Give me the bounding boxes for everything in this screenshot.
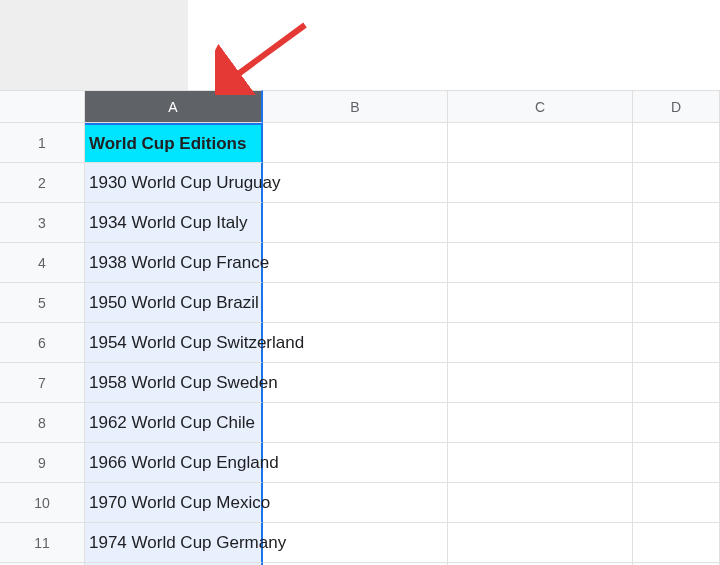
cell-c5[interactable] — [448, 283, 633, 323]
row-header-1[interactable]: 1 — [0, 123, 85, 163]
cell-c2[interactable] — [448, 163, 633, 203]
cell-a8[interactable]: 1962 World Cup Chile — [85, 403, 263, 443]
row-header-10[interactable]: 10 — [0, 483, 85, 523]
row-header-9[interactable]: 9 — [0, 443, 85, 483]
cell-d10[interactable] — [633, 483, 720, 523]
cell-d5[interactable] — [633, 283, 720, 323]
cell-b10[interactable] — [263, 483, 448, 523]
table-row: 1 World Cup Editions — [0, 123, 720, 163]
select-all-corner[interactable] — [0, 90, 85, 123]
table-row: 11 1974 World Cup Germany — [0, 523, 720, 563]
row-header-6[interactable]: 6 — [0, 323, 85, 363]
table-row: 6 1954 World Cup Switzerland — [0, 323, 720, 363]
red-arrow-annotation — [215, 20, 315, 99]
table-row: 9 1966 World Cup England — [0, 443, 720, 483]
cell-c11[interactable] — [448, 523, 633, 563]
table-row: 2 1930 World Cup Uruguay — [0, 163, 720, 203]
cell-c4[interactable] — [448, 243, 633, 283]
cell-a1[interactable]: World Cup Editions — [85, 123, 263, 163]
cell-a7-text: 1958 World Cup Sweden — [89, 373, 278, 393]
cell-b1[interactable] — [263, 123, 448, 163]
cell-d11[interactable] — [633, 523, 720, 563]
cell-d8[interactable] — [633, 403, 720, 443]
cell-d3[interactable] — [633, 203, 720, 243]
cell-a3-text: 1934 World Cup Italy — [89, 213, 247, 233]
cell-a3[interactable]: 1934 World Cup Italy — [85, 203, 263, 243]
cell-a9[interactable]: 1966 World Cup England — [85, 443, 263, 483]
column-header-row: A B C D — [0, 90, 720, 123]
cell-a7[interactable]: 1958 World Cup Sweden — [85, 363, 263, 403]
row-header-7[interactable]: 7 — [0, 363, 85, 403]
table-row: 3 1934 World Cup Italy — [0, 203, 720, 243]
row-header-11[interactable]: 11 — [0, 523, 85, 563]
cell-d1[interactable] — [633, 123, 720, 163]
cell-a10[interactable]: 1970 World Cup Mexico — [85, 483, 263, 523]
row-header-2[interactable]: 2 — [0, 163, 85, 203]
column-header-c[interactable]: C — [448, 90, 633, 123]
table-row: 4 1938 World Cup France — [0, 243, 720, 283]
row-header-4[interactable]: 4 — [0, 243, 85, 283]
cell-a6[interactable]: 1954 World Cup Switzerland — [85, 323, 263, 363]
cell-a4-text: 1938 World Cup France — [89, 253, 269, 273]
cell-a2-text: 1930 World Cup Uruguay — [89, 173, 281, 193]
cell-b11[interactable] — [263, 523, 448, 563]
svg-line-1 — [230, 25, 305, 80]
cell-b9[interactable] — [263, 443, 448, 483]
cell-d6[interactable] — [633, 323, 720, 363]
cell-b2[interactable] — [263, 163, 448, 203]
cell-b3[interactable] — [263, 203, 448, 243]
formula-bar-area — [0, 0, 188, 90]
table-row: 10 1970 World Cup Mexico — [0, 483, 720, 523]
cell-a11[interactable]: 1974 World Cup Germany — [85, 523, 263, 563]
cell-c10[interactable] — [448, 483, 633, 523]
row-header-5[interactable]: 5 — [0, 283, 85, 323]
cell-a6-text: 1954 World Cup Switzerland — [89, 333, 304, 353]
cell-a4[interactable]: 1938 World Cup France — [85, 243, 263, 283]
cell-c9[interactable] — [448, 443, 633, 483]
cell-b8[interactable] — [263, 403, 448, 443]
column-header-d[interactable]: D — [633, 90, 720, 123]
cell-b7[interactable] — [263, 363, 448, 403]
cell-c1[interactable] — [448, 123, 633, 163]
spreadsheet-grid: A B C D 1 World Cup Editions 2 1930 Worl… — [0, 90, 720, 565]
cell-a11-text: 1974 World Cup Germany — [89, 533, 286, 553]
cell-b4[interactable] — [263, 243, 448, 283]
cell-d7[interactable] — [633, 363, 720, 403]
cell-a2[interactable]: 1930 World Cup Uruguay — [85, 163, 263, 203]
cell-a8-text: 1962 World Cup Chile — [89, 413, 255, 433]
cell-d2[interactable] — [633, 163, 720, 203]
row-header-8[interactable]: 8 — [0, 403, 85, 443]
table-row: 5 1950 World Cup Brazil — [0, 283, 720, 323]
cell-d9[interactable] — [633, 443, 720, 483]
cell-c3[interactable] — [448, 203, 633, 243]
cell-a10-text: 1970 World Cup Mexico — [89, 493, 270, 513]
cell-c6[interactable] — [448, 323, 633, 363]
cell-a5-text: 1950 World Cup Brazil — [89, 293, 259, 313]
cell-a5[interactable]: 1950 World Cup Brazil — [85, 283, 263, 323]
table-row: 7 1958 World Cup Sweden — [0, 363, 720, 403]
table-row: 8 1962 World Cup Chile — [0, 403, 720, 443]
cell-a9-text: 1966 World Cup England — [89, 453, 279, 473]
row-header-3[interactable]: 3 — [0, 203, 85, 243]
cell-c8[interactable] — [448, 403, 633, 443]
cell-c7[interactable] — [448, 363, 633, 403]
cell-d4[interactable] — [633, 243, 720, 283]
cell-a1-text: World Cup Editions — [89, 134, 246, 154]
cell-b5[interactable] — [263, 283, 448, 323]
